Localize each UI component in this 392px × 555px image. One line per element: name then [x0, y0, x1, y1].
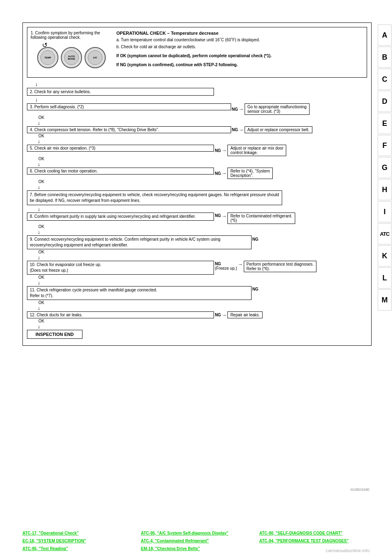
- if-ok-text: If OK (symptom cannot be duplicated), pe…: [116, 53, 363, 59]
- step7-box: 7. Before connecting recovery/recycling …: [27, 190, 282, 205]
- sidebar-letter-g: G: [378, 157, 392, 178]
- sidebar-letter-d: D: [378, 91, 392, 112]
- sidebar-letter-b: B: [378, 47, 392, 68]
- carmanuals-watermark: carmanualsonline.info: [326, 548, 370, 553]
- step5-ng-arrow: →: [222, 148, 227, 153]
- step4-ng-box: Adjust or replace compressor belt.: [245, 126, 312, 133]
- step6-row: 6. Check cooling fan motor operation. NG…: [27, 168, 367, 179]
- sidebar-letter-k: K: [378, 245, 392, 266]
- step8-row: 8. Confirm refrigerant purity in supply …: [27, 213, 367, 224]
- step11-row: 11. Check refrigeration cycle pressure w…: [27, 286, 367, 300]
- dial-temp: TEMP: [37, 47, 58, 68]
- link-atc4[interactable]: ATC-4, "Contaminated Refrigerant": [141, 539, 253, 543]
- step5-text: 5. Check air mix door operation. (*3): [27, 145, 214, 152]
- step6-ng-label: NG: [215, 171, 221, 176]
- link-col-2: ATC-95, "A/C System Self-diagnosis Displ…: [141, 531, 253, 551]
- op-check-title: OPERATIONAL CHECK – Temperature decrease: [116, 31, 363, 36]
- link-col-1: ATC-17, "Operational Check" EC-18, "SYST…: [22, 531, 135, 551]
- sidebar-letter-m: M: [378, 289, 392, 311]
- sidebar-letter-a: A: [378, 25, 392, 46]
- step9-ng-label: NG: [252, 237, 258, 242]
- main-diagram: 1. Confirm symptom by performing the fol…: [22, 22, 372, 490]
- link-atc17[interactable]: ATC-17, "Operational Check": [22, 531, 135, 535]
- step8-ng-label: NG: [215, 213, 221, 218]
- sidebar-letter-h: H: [378, 179, 392, 200]
- step3-ng-arrow: →: [239, 106, 244, 112]
- step4-ng-label: NG: [232, 128, 238, 132]
- dials-image: ↺ TEMP AUTOMODE A/C: [31, 41, 112, 74]
- step5-ng-label: NG: [215, 148, 221, 153]
- if-ng-text: If NG (symptom is confirmed), continue w…: [116, 62, 363, 68]
- step9-text: 9. Connect recovery/recycling equipment …: [27, 235, 252, 249]
- step2-text: 2. Check for any service bulletins.: [27, 88, 214, 96]
- link-atc95-diag[interactable]: ATC-95, "A/C System Self-diagnosis Displ…: [141, 531, 253, 535]
- step12-text: 12. Check ducts for air leaks.: [27, 311, 214, 318]
- link-ec18[interactable]: EC-18, "SYSTEM DESCRIPTION": [22, 539, 135, 543]
- sidebar-letter-e: E: [378, 113, 392, 134]
- watermark: MJIB0349E: [350, 488, 370, 492]
- step12-ng-arrow: →: [222, 312, 227, 318]
- step6-ng-box: Refer to (*4), "SystemDescription".: [227, 168, 273, 179]
- inspection-end: INSPECTION END: [27, 330, 82, 339]
- op-check-a: a. Turn temperature control dial counter…: [116, 37, 363, 43]
- sidebar-letter-l: L: [378, 267, 392, 289]
- step1-box: 1. Confirm symptom by performing the fol…: [27, 27, 367, 78]
- op-check-b: b. Check for cold air at discharge air o…: [116, 44, 363, 50]
- bottom-links: ATC-17, "Operational Check" EC-18, "SYST…: [22, 531, 372, 551]
- step4-text: 4. Check compressor belt tension. Refer …: [27, 126, 231, 133]
- step3-row: 3. Perform self-diagnosis. (*2) NG → Go …: [27, 103, 367, 115]
- step9-row: 9. Connect recovery/recycling equipment …: [27, 235, 367, 249]
- link-atc90[interactable]: ATC-90, "SELF-DIAGNOSIS CODE CHART": [259, 531, 372, 535]
- dial-auto: AUTOMODE: [61, 47, 82, 68]
- step8-ng-box: Refer to Contaminated refrigerant.(*5): [227, 213, 295, 224]
- step8-ng-arrow: →: [222, 213, 227, 219]
- step5-row: 5. Check air mix door operation. (*3) NG…: [27, 145, 367, 156]
- step8-text: 8. Confirm refrigerant purity in supply …: [27, 213, 214, 221]
- step10-ng-box: Perform performance test diagnoses.Refer…: [244, 261, 317, 272]
- step12-ng-box: Repair air leaks.: [227, 311, 263, 318]
- link-atc95[interactable]: ATC-95, "Test Reading": [22, 546, 135, 551]
- step4-row: 4. Check compressor belt tension. Refer …: [27, 126, 367, 133]
- dial-ac: A/C: [85, 47, 106, 68]
- sidebar: A B C D E F G H I ATC K L M: [377, 0, 392, 555]
- step5-ng-box: Adjust or replace air mix doorcontrol li…: [227, 145, 286, 156]
- link-em18[interactable]: EM-18, "Checking Drive Belts": [141, 546, 253, 551]
- sidebar-letter-atc: ATC: [378, 223, 392, 244]
- step2-box: 2. Check for any service bulletins.: [27, 88, 214, 96]
- step11-ng-label: NG: [252, 287, 258, 291]
- diagram-box: 1. Confirm symptom by performing the fol…: [22, 22, 372, 346]
- step1-right: OPERATIONAL CHECK – Temperature decrease…: [116, 31, 363, 74]
- step3-ng-label: NG: [232, 107, 238, 112]
- step3-text: 3. Perform self-diagnosis. (*2): [27, 103, 231, 110]
- step11-text: 11. Check refrigeration cycle pressure w…: [27, 286, 252, 300]
- step12-ng-label: NG: [215, 313, 221, 317]
- step1-intro: 1. Confirm symptom by performing the fol…: [31, 31, 112, 40]
- sidebar-letter-f: F: [378, 135, 392, 156]
- step10-text: 10. Check for evaporator coil freeze up.…: [27, 261, 214, 275]
- link-atc94[interactable]: ATC-94, "PERFORMANCE TEST DIAGNOSES": [259, 539, 372, 543]
- sidebar-letter-c: C: [378, 69, 392, 90]
- step4-ng-arrow: →: [239, 127, 244, 133]
- step12-row: 12. Check ducts for air leaks. NG → Repa…: [27, 311, 367, 318]
- step3-ng-box: Go to appropriate malfunctioningsensor c…: [245, 103, 310, 115]
- sidebar-letter-i: I: [378, 201, 392, 222]
- step10-ng-arrow: →: [238, 262, 243, 267]
- step6-ng-arrow: →: [222, 170, 227, 176]
- step10-ng-label: NG(Freeze up.): [215, 261, 237, 271]
- step6-text: 6. Check cooling fan motor operation.: [27, 168, 214, 175]
- step10-row: 10. Check for evaporator coil freeze up.…: [27, 261, 367, 275]
